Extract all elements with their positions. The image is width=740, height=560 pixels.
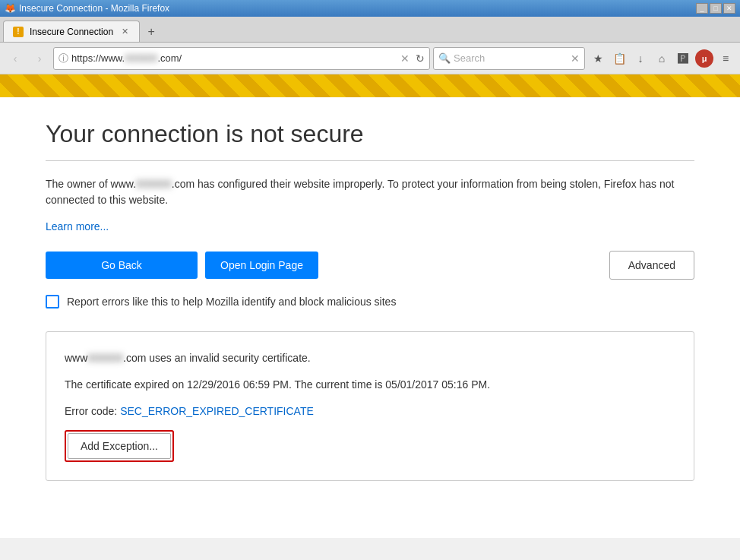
app-icon: 🦊	[5, 3, 16, 14]
action-buttons: Go Back Open Login Page Advanced	[46, 251, 694, 280]
home-icon[interactable]: ⌂	[652, 49, 672, 68]
cert-info-line2: The certificate expired on 12/29/2016 06…	[65, 377, 675, 393]
library-icon[interactable]: 📋	[609, 49, 629, 68]
toolbar-icons: ★ 📋 ↓ ⌂ 🅿 μ ≡	[588, 49, 735, 68]
close-tab-button[interactable]: ✕	[119, 27, 130, 37]
download-icon[interactable]: ↓	[631, 49, 650, 68]
report-checkbox[interactable]	[46, 295, 59, 308]
search-placeholder: Search	[454, 52, 568, 64]
cert-info-line1: wwwXXXXX.com uses an invalid security ce…	[65, 350, 675, 366]
navigation-bar: ‹ › ⓘ https://www.XXXXX.com/ ✕ ↻ 🔍 Searc…	[0, 43, 740, 74]
window-title: Insecure Connection - Mozilla Firefox	[19, 3, 169, 14]
window-controls[interactable]: _ □ ✕	[696, 3, 735, 14]
advanced-button[interactable]: Advanced	[609, 251, 694, 280]
error-code-row: Error code: SEC_ERROR_EXPIRED_CERTIFICAT…	[65, 403, 675, 419]
search-bar[interactable]: 🔍 Search ✕	[433, 47, 585, 70]
open-login-button[interactable]: Open Login Page	[205, 252, 318, 279]
url-text: https://www.XXXXX.com/	[71, 52, 397, 64]
divider	[46, 160, 694, 161]
new-tab-button[interactable]: +	[141, 22, 161, 42]
report-checkbox-label: Report errors like this to help Mozilla …	[67, 296, 396, 308]
ublock-icon[interactable]: μ	[694, 49, 714, 68]
search-icon: 🔍	[438, 52, 451, 64]
tab-bar: ! Insecure Connection ✕ +	[0, 17, 740, 43]
ublock-button[interactable]: μ	[695, 49, 713, 68]
maximize-button[interactable]: □	[710, 3, 722, 14]
active-tab[interactable]: ! Insecure Connection ✕	[3, 21, 140, 42]
error-code-link[interactable]: SEC_ERROR_EXPIRED_CERTIFICATE	[120, 405, 314, 417]
add-exception-wrapper: Add Exception...	[65, 430, 174, 462]
domain-blurred-2: XXXXX	[87, 350, 123, 366]
url-security-icon: ⓘ	[59, 52, 68, 65]
search-clear-button[interactable]: ✕	[571, 52, 580, 65]
go-back-button[interactable]: Go Back	[46, 252, 198, 279]
error-description: The owner of www.XXXXX.com has configure…	[46, 176, 694, 208]
menu-icon[interactable]: ≡	[716, 49, 735, 68]
tab-favicon: !	[13, 27, 24, 37]
url-blurred-domain: XXXXX	[125, 52, 157, 64]
report-checkbox-row: Report errors like this to help Mozilla …	[46, 295, 694, 308]
warning-stripe	[0, 74, 740, 97]
tab-label: Insecure Connection	[30, 27, 113, 37]
pocket-icon[interactable]: 🅿	[673, 49, 693, 68]
add-exception-button[interactable]: Add Exception...	[68, 433, 171, 459]
url-bar[interactable]: ⓘ https://www.XXXXX.com/ ✕ ↻	[53, 47, 430, 70]
bookmark-icon[interactable]: ★	[588, 49, 608, 68]
main-content: Your connection is not secure The owner …	[0, 97, 740, 538]
back-button[interactable]: ‹	[5, 48, 26, 69]
forward-button[interactable]: ›	[29, 48, 50, 69]
learn-more-link[interactable]: Learn more...	[46, 220, 694, 233]
advanced-panel: wwwXXXXX.com uses an invalid security ce…	[46, 331, 694, 481]
reload-button[interactable]: ↻	[416, 52, 425, 65]
close-button[interactable]: ✕	[723, 3, 735, 14]
url-clear-button[interactable]: ✕	[400, 52, 410, 65]
domain-blurred: XXXXX	[136, 176, 172, 192]
minimize-button[interactable]: _	[696, 3, 708, 14]
error-title: Your connection is not secure	[46, 120, 694, 148]
title-bar: 🦊 Insecure Connection - Mozilla Firefox …	[0, 0, 740, 17]
